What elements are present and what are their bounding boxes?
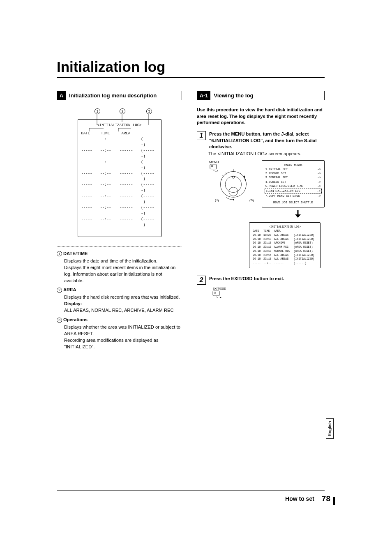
screen-blank-row: -------:--------(------) — [81, 137, 158, 148]
footer-section: How to set — [285, 495, 314, 502]
log-row: 26-1023:18ARCHIVE(AREA RESET) — [252, 241, 318, 245]
desc-item: 2AREADisplays the hard disk recording ar… — [57, 287, 182, 314]
log-header-row: DATE TIME AREA — [252, 229, 318, 233]
svg-rect-18 — [214, 292, 216, 293]
svg-point-7 — [229, 187, 238, 196]
svg-rect-4 — [211, 166, 213, 167]
step-1: 1 Press the MENU button, turn the J-dial… — [197, 131, 325, 150]
svg-rect-3 — [210, 164, 217, 169]
title-bracket-lines — [78, 127, 161, 132]
screen-blank-row: -------:--------(------) — [81, 171, 158, 183]
log-row: 26-1023:16ALL AREAS(INITIALIZED) — [252, 253, 318, 258]
main-menu-item: 5.POWER LOSS/USED TIME-> — [265, 184, 321, 188]
screen-blank-row: -------:--------(------) — [81, 182, 158, 194]
log-row: 26-1023:18ALL AREAS(INITIALIZED) — [252, 237, 318, 242]
section-a1-header: A-1 Viewing the log — [197, 91, 325, 100]
main-menu-item: 2.RECORD SET-> — [265, 171, 321, 175]
main-menu-footer: MOVE:JOG SELECT:SHUTTLE — [265, 200, 321, 205]
main-menu-item: 6.INITIALIZATION LOG-> — [265, 189, 322, 193]
log-table: DATE TIME AREA 26-1018:25ALL AREAS(INITI… — [252, 229, 318, 265]
s-label: (S) — [249, 198, 254, 202]
section-a-header: A Initialization log menu description — [57, 91, 182, 100]
callout-row: 1 2 3 — [57, 108, 182, 119]
step-2-number: 2 — [197, 276, 206, 285]
main-menu-item: 7.COPY MENU SETTINGS-> — [265, 194, 321, 198]
svg-point-6 — [225, 176, 241, 192]
main-menu-item: 1.INITIAL SET-> — [265, 167, 321, 171]
init-log-screen: <INITIALIZATION LOG> DATE TIME AREA 26-1… — [249, 222, 321, 268]
screen-blank-row: -------:--------(------) — [81, 160, 158, 171]
log-hdr-area: AREA — [273, 229, 293, 233]
log-hdr-time: TIME — [263, 229, 273, 233]
log-row: 26-1023:18ALARM REC(AREA RESET) — [252, 245, 318, 249]
desc-item: 3OperationsDisplays whether the area was… — [57, 317, 182, 350]
intro-text: Use this procedure to view the hard disk… — [197, 107, 325, 126]
step-1-number: 1 — [197, 131, 206, 140]
main-menu-item: 4.SCREEN SET-> — [265, 180, 321, 184]
section-a-tag: A — [57, 91, 66, 100]
screen-blank-row: -------:--------(------) — [81, 194, 158, 205]
log-row: 26-1023:15ALL AREAS(INITIALIZED) — [252, 257, 318, 261]
language-tab: English — [326, 418, 334, 439]
section-a1-title: Viewing the log — [214, 92, 253, 99]
column-right: A-1 Viewing the log Use this procedure t… — [197, 91, 325, 301]
title-rule-thin — [57, 79, 325, 79]
page-title: Initialization log — [57, 59, 165, 75]
footer-rule — [57, 491, 325, 491]
column-left: A Initialization log menu description 1 … — [57, 91, 182, 353]
log-screen-title: <INITIALIZATION LOG> — [252, 225, 318, 229]
step-1-diagram: MENU — [209, 160, 325, 207]
arrow-down-icon — [197, 209, 325, 221]
desc-item: 1DATE/TIMEDisplays the date and time of … — [57, 251, 182, 284]
step-2: 2 Press the EXIT/OSD button to exit. — [197, 276, 325, 285]
log-row: 26-1018:25ALL AREAS(INITIALIZED) — [252, 233, 318, 237]
svg-rect-17 — [213, 291, 219, 296]
screen-blank-row: -------:--------(------) — [81, 148, 158, 160]
step-1-text: Press the MENU button, turn the J-dial, … — [209, 131, 317, 149]
exit-osd-diagram: EXIT/OSD — [209, 287, 230, 301]
main-menu-item: 3.GENERAL SET-> — [265, 175, 321, 180]
exit-osd-label: EXIT/OSD — [209, 287, 230, 290]
screen-rows: -------:--------(------)-------:--------… — [81, 137, 158, 228]
step-1-note: The <INITIALIZATION LOG> screen appears. — [208, 151, 325, 156]
title-rule-thick — [57, 77, 325, 78]
section-a-title: Initialization log menu description — [69, 92, 157, 99]
log-row: -------:--------(------) — [252, 261, 318, 265]
descriptions: 1DATE/TIMEDisplays the date and time of … — [57, 251, 182, 350]
jog-shuttle-diagram: MENU — [209, 160, 257, 205]
log-hdr-date: DATE — [252, 229, 263, 233]
section-a-body: 1 2 3 <INITIALIZATION LOG> DATE TIME — [57, 108, 182, 350]
step-2-text: Press the EXIT/OSD button to exit. — [209, 276, 284, 281]
main-menu-items: 1.INITIAL SET->2.RECORD SET->3.GENERAL S… — [265, 167, 321, 198]
footer-page: 78 — [322, 494, 330, 503]
exit-osd-svg — [211, 290, 228, 301]
page-footer: How to set 78 — [285, 494, 330, 503]
dotted-separator — [57, 246, 182, 246]
screen-blank-row: -------:--------(------) — [81, 205, 158, 217]
log-row: 26-1023:18NORMAL REC(AREA RESET) — [252, 249, 318, 253]
init-log-screen-mock: <INITIALIZATION LOG> DATE TIME AREA ----… — [78, 119, 161, 237]
j-label: (J) — [215, 198, 219, 202]
main-menu-screen: <MAIN MENU> 1.INITIAL SET->2.RECORD SET-… — [262, 160, 325, 207]
screen-blank-row: -------:--------(------) — [81, 217, 158, 228]
section-a1-tag: A-1 — [197, 91, 210, 100]
svg-point-5 — [220, 171, 246, 197]
dial-svg — [209, 160, 257, 205]
main-menu-title: <MAIN MENU> — [265, 163, 321, 167]
footer-bar — [333, 497, 335, 505]
log-screen-wrap: <INITIALIZATION LOG> DATE TIME AREA 26-1… — [197, 222, 325, 268]
